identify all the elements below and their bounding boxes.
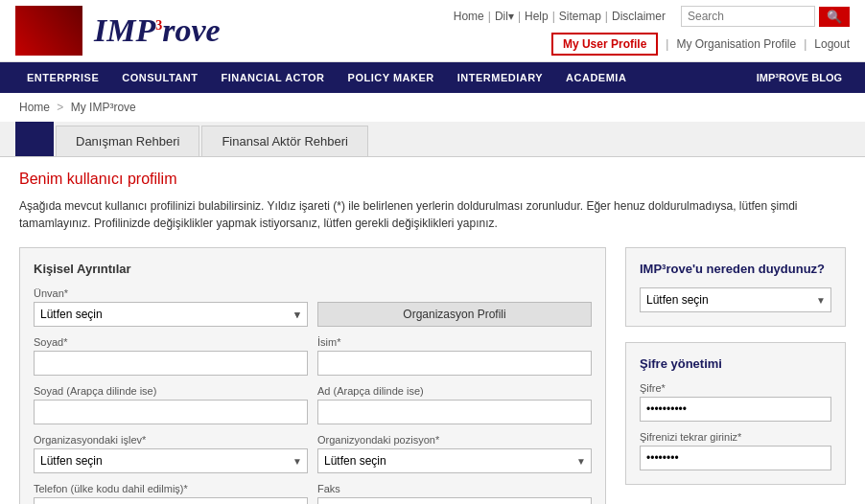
confirm-password-input[interactable] — [640, 446, 831, 470]
password-title: Şifre yönetimi — [640, 356, 831, 371]
tab-active[interactable] — [15, 122, 54, 156]
heard-about-title: IMP³rove'u nereden duydunuz? — [640, 262, 831, 276]
heard-about-select[interactable]: Lütfen seçin — [640, 287, 831, 312]
breadcrumb-home[interactable]: Home — [19, 101, 50, 114]
nav-improve-blog[interactable]: IMP³ROVE BLOG — [749, 62, 850, 93]
confirm-password-label: Şifrenizi tekrar giriniz* — [640, 431, 831, 443]
my-org-profile-link[interactable]: My Organisation Profile — [676, 37, 796, 51]
unvan-select[interactable]: Lütfen seçin — [34, 302, 308, 327]
nav-sitemap[interactable]: Sitemap — [559, 10, 601, 23]
breadcrumb-current[interactable]: My IMP³rove — [71, 101, 136, 114]
phone-input[interactable] — [34, 497, 308, 504]
personal-details-section: Kişisel Ayrıntılar Ünvan* Lütfen seçin ▼ — [19, 247, 606, 504]
breadcrumb: Home > My IMP³rove — [0, 93, 865, 122]
org-position-select[interactable]: Lütfen seçin — [317, 448, 592, 473]
soyad-group: Soyad* — [34, 336, 308, 376]
soyad-label: Soyad* — [34, 336, 308, 348]
phone-group: Telefon (ülke kodu dahil edilmiş)* — [34, 483, 308, 504]
nav-disclaimer[interactable]: Disclaimer — [612, 10, 666, 23]
top-nav: Home | Dil▾ | Help | Sitemap | Disclaime… — [454, 6, 850, 27]
soyad-arabic-input[interactable] — [34, 400, 308, 424]
nav-academia[interactable]: ACADEMIA — [554, 62, 638, 93]
isim-label: İsim* — [317, 336, 592, 348]
search-button[interactable]: 🔍 — [819, 7, 850, 27]
confirm-password-group: Şifrenizi tekrar giriniz* — [640, 431, 831, 470]
soyad-input[interactable] — [34, 351, 308, 376]
nav-intermediary[interactable]: INTERMEDIARY — [446, 62, 554, 93]
password-group: Şifre* — [640, 382, 831, 422]
heard-about-section: IMP³rove'u nereden duydunuz? Lütfen seçi… — [625, 247, 846, 327]
search-input[interactable] — [681, 6, 815, 27]
unvan-group: Ünvan* Lütfen seçin ▼ — [34, 287, 308, 327]
page-description: Aşağıda mevcut kullanıcı profilinizi bul… — [19, 197, 844, 232]
nav-home[interactable]: Home — [454, 10, 484, 23]
password-section: Şifre yönetimi Şifre* Şifrenizi tekrar g… — [625, 342, 846, 485]
fax-group: Faks — [317, 483, 592, 504]
ad-arabic-group: Ad (Arapça dilinde ise) — [317, 385, 592, 424]
ad-arabic-label: Ad (Arapça dilinde ise) — [317, 385, 592, 397]
org-function-select[interactable]: Lütfen seçin — [34, 448, 308, 473]
org-function-label: Organizasyondaki işlev* — [34, 434, 308, 446]
nav-policy-maker[interactable]: POLICY MAKER — [337, 62, 446, 93]
personal-details-title: Kişisel Ayrıntılar — [34, 262, 592, 276]
org-profile-button[interactable]: Organizasyon Profili — [317, 302, 592, 327]
tab-financial-guide[interactable]: Finansal Aktör Rehberi — [201, 126, 368, 156]
fax-label: Faks — [317, 483, 592, 494]
logo-text: IMP3rove — [94, 12, 221, 49]
org-position-group: Organizyondaki pozisyon* Lütfen seçin ▼ — [317, 434, 592, 473]
org-function-group: Organizasyondaki işlev* Lütfen seçin ▼ — [34, 434, 308, 473]
nav-dil[interactable]: Dil▾ — [495, 10, 514, 23]
page-content: Benim kullanıcı profilim Aşağıda mevcut … — [0, 157, 865, 504]
password-label: Şifre* — [640, 382, 831, 394]
tabs-bar: Danışman Rehberi Finansal Aktör Rehberi — [0, 122, 865, 157]
unvan-label: Ünvan* — [34, 287, 308, 299]
my-user-profile-link[interactable]: My User Profile — [551, 33, 658, 56]
org-profile-group: Organizasyon Profili — [317, 302, 592, 327]
phone-label: Telefon (ülke kodu dahil edilmiş)* — [34, 483, 308, 494]
org-position-label: Organizyondaki pozisyon* — [317, 434, 592, 446]
nav-consultant[interactable]: CONSULTANT — [110, 62, 209, 93]
tab-consultant-guide[interactable]: Danışman Rehberi — [56, 126, 199, 156]
soyad-arabic-group: Soyad (Arapça dilinde ise) — [34, 385, 308, 424]
nav-help[interactable]: Help — [525, 10, 549, 23]
ad-arabic-input[interactable] — [317, 400, 592, 424]
nav-financial-actor[interactable]: FINANCIAL ACTOR — [209, 62, 336, 93]
user-nav: My User Profile | My Organisation Profil… — [551, 33, 850, 56]
password-input[interactable] — [640, 397, 831, 422]
page-title: Benim kullanıcı profilim — [19, 171, 846, 188]
logo-area: IMP3rove — [15, 6, 221, 56]
soyad-arabic-label: Soyad (Arapça dilinde ise) — [34, 385, 308, 397]
logout-link[interactable]: Logout — [814, 37, 850, 51]
isim-input[interactable] — [317, 351, 592, 376]
isim-group: İsim* — [317, 336, 592, 376]
main-nav: ENTERPRISE CONSULTANT FINANCIAL ACTOR PO… — [0, 62, 865, 93]
fax-input[interactable] — [317, 497, 592, 504]
nav-enterprise[interactable]: ENTERPRISE — [15, 62, 110, 93]
